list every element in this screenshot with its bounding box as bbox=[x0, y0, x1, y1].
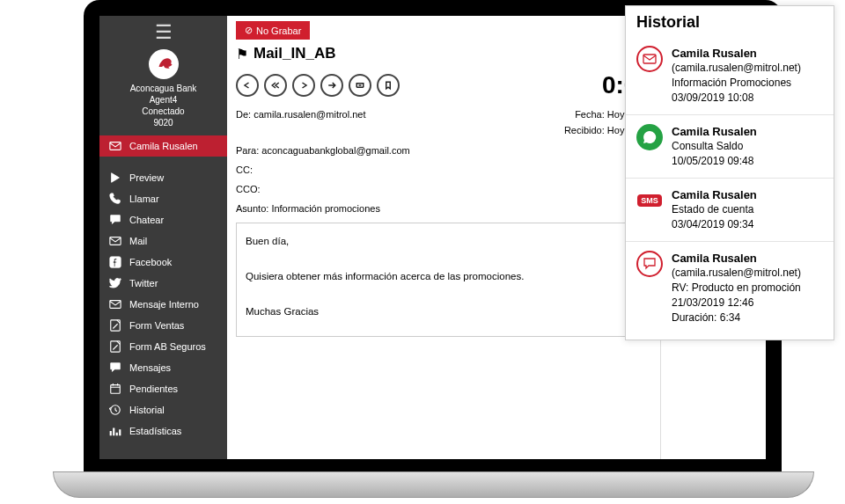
cc-label: CC: bbox=[236, 163, 651, 177]
hp-subject: Información Promociones bbox=[672, 76, 801, 91]
sidebar-item-preview[interactable]: Preview bbox=[99, 167, 227, 188]
bookmark-button[interactable] bbox=[377, 74, 400, 97]
sidebar-item-historial[interactable]: Historial bbox=[99, 399, 227, 420]
sidebar-item-mensajes[interactable]: Mensajes bbox=[99, 357, 227, 378]
sidebar-item-label: Estadísticas bbox=[129, 426, 181, 436]
hp-name: Camila Rusalen bbox=[672, 187, 757, 202]
next-button[interactable] bbox=[320, 74, 343, 97]
form-icon bbox=[108, 319, 122, 332]
hp-duration-label: Duración: bbox=[672, 311, 716, 324]
calendar-icon bbox=[108, 383, 122, 395]
hp-date: 03/09/2019 10:08 bbox=[672, 91, 801, 106]
menu-icon[interactable]: ☰ bbox=[99, 16, 227, 46]
archive-button[interactable] bbox=[349, 74, 371, 97]
no-grabar-button[interactable]: ⊘No Grabar bbox=[236, 21, 310, 40]
hp-date: 21/03/2019 12:46 bbox=[672, 296, 801, 310]
no-grabar-label: No Grabar bbox=[256, 26, 301, 36]
hp-email: (camila.rusalen@mitrol.net) bbox=[672, 61, 801, 76]
mail-pane: ⊘No Grabar ⚑ Mail_IN_AB 0:02 bbox=[227, 16, 660, 459]
sidebar-item-facebook[interactable]: Facebook bbox=[99, 252, 227, 273]
sidebar-item-label: Mail bbox=[129, 236, 147, 246]
twitter-icon bbox=[108, 277, 122, 289]
hp-duration: 6:34 bbox=[720, 311, 740, 324]
hp-date: 03/04/2019 09:34 bbox=[672, 217, 757, 232]
mail-title: Mail_IN_AB bbox=[254, 45, 336, 62]
sidebar-contact-active[interactable]: Camila Rusalen bbox=[99, 135, 227, 157]
sidebar-item-label: Form Ventas bbox=[129, 320, 184, 331]
phone-icon bbox=[108, 193, 122, 205]
hp-date: 10/05/2019 09:48 bbox=[672, 154, 757, 169]
mail-icon bbox=[108, 298, 122, 310]
sidebar-item-label: Form AB Seguros bbox=[129, 341, 206, 352]
avatar bbox=[149, 49, 179, 79]
history-panel: Historial Camila Rusalen (camila.rusalen… bbox=[625, 5, 834, 340]
mail-icon bbox=[108, 235, 122, 247]
org-name: Aconcagua Bank bbox=[99, 83, 227, 94]
mail-body: Buen día, Quisiera obtener más informaci… bbox=[236, 223, 651, 337]
history-icon bbox=[108, 404, 122, 416]
whatsapp-icon bbox=[636, 124, 663, 150]
mail-icon bbox=[636, 46, 663, 72]
from-label: De: bbox=[236, 109, 251, 120]
sidebar-item-pendientes[interactable]: Pendientes bbox=[99, 378, 227, 399]
sidebar-item-label: Llamar bbox=[129, 194, 159, 204]
reply-all-button[interactable] bbox=[264, 74, 287, 97]
forward-button[interactable] bbox=[292, 74, 315, 97]
from-value: camila.rusalen@mitrol.net bbox=[254, 109, 365, 120]
history-panel-item[interactable]: Camila Rusalen (camila.rusalen@mitrol.ne… bbox=[626, 242, 834, 334]
sidebar-contact-label: Camila Rusalen bbox=[129, 141, 198, 151]
hp-name: Camila Rusalen bbox=[672, 124, 757, 139]
sidebar-item-llamar[interactable]: Llamar bbox=[99, 188, 227, 209]
sidebar-item-estadisticas[interactable]: Estadísticas bbox=[99, 420, 227, 442]
cco-label: CCO: bbox=[236, 182, 651, 196]
mail-icon bbox=[108, 140, 122, 152]
no-grabar-icon: ⊘ bbox=[245, 25, 253, 36]
facebook-icon bbox=[108, 256, 122, 268]
agent-name: Agent4 bbox=[99, 94, 227, 106]
recibido-label: Recibido: bbox=[564, 125, 605, 135]
reply-button[interactable] bbox=[236, 74, 259, 97]
asunto-value: Información promociones bbox=[271, 203, 380, 214]
laptop-base bbox=[53, 471, 814, 498]
sidebar-item-label: Mensaje Interno bbox=[129, 299, 199, 310]
play-icon bbox=[108, 172, 122, 184]
hp-name: Camila Rusalen bbox=[672, 46, 801, 61]
body-line: Buen día, bbox=[246, 232, 642, 250]
sms-icon: SMS bbox=[636, 187, 663, 214]
para-label: Para: bbox=[236, 145, 259, 156]
hp-subject: Consulta Saldo bbox=[672, 139, 757, 154]
sidebar-item-form-ab-seguros[interactable]: Form AB Seguros bbox=[99, 336, 227, 357]
history-panel-title: Historial bbox=[626, 6, 834, 37]
hp-subject: Estado de cuenta bbox=[672, 202, 757, 217]
flag-icon: ⚑ bbox=[236, 46, 248, 62]
agent-status: Conectado bbox=[99, 106, 227, 117]
sidebar-item-chatear[interactable]: Chatear bbox=[99, 209, 227, 230]
asunto-label: Asunto: bbox=[236, 203, 268, 214]
sidebar-item-label: Historial bbox=[129, 405, 165, 415]
fecha-label: Fecha: bbox=[575, 109, 605, 120]
history-panel-item[interactable]: Camila Rusalen Consulta Saldo 10/05/2019… bbox=[626, 115, 834, 179]
chat-icon bbox=[636, 251, 663, 277]
sidebar: ☰ Aconcagua Bank Agent4 Conectado 9020 C… bbox=[99, 16, 227, 459]
body-line: Quisiera obtener más información acerca … bbox=[246, 267, 642, 285]
history-panel-item[interactable]: Camila Rusalen (camila.rusalen@mitrol.ne… bbox=[626, 37, 834, 115]
sidebar-item-mail[interactable]: Mail bbox=[99, 230, 227, 252]
sidebar-item-twitter[interactable]: Twitter bbox=[99, 273, 227, 294]
sidebar-item-mensaje-interno[interactable]: Mensaje Interno bbox=[99, 294, 227, 315]
para-value: aconcaguabankglobal@gmail.com bbox=[261, 145, 409, 156]
sidebar-item-label: Twitter bbox=[129, 278, 158, 289]
sidebar-item-label: Facebook bbox=[129, 257, 172, 267]
sidebar-item-form-ventas[interactable]: Form Ventas bbox=[99, 315, 227, 336]
sidebar-item-label: Mensajes bbox=[129, 362, 171, 373]
hp-name: Camila Rusalen bbox=[672, 251, 801, 266]
agent-ext: 9020 bbox=[99, 117, 227, 128]
mail-toolbar bbox=[236, 74, 400, 97]
hp-email: (camila.rusalen@mitrol.net) bbox=[672, 266, 801, 281]
chat-icon bbox=[108, 362, 122, 374]
chat-icon bbox=[108, 214, 122, 226]
stats-icon bbox=[108, 425, 122, 437]
form-icon bbox=[108, 340, 122, 353]
history-panel-item[interactable]: SMS Camila Rusalen Estado de cuenta 03/0… bbox=[626, 179, 834, 242]
sidebar-item-label: Preview bbox=[129, 172, 164, 183]
sidebar-item-label: Pendientes bbox=[129, 383, 178, 394]
